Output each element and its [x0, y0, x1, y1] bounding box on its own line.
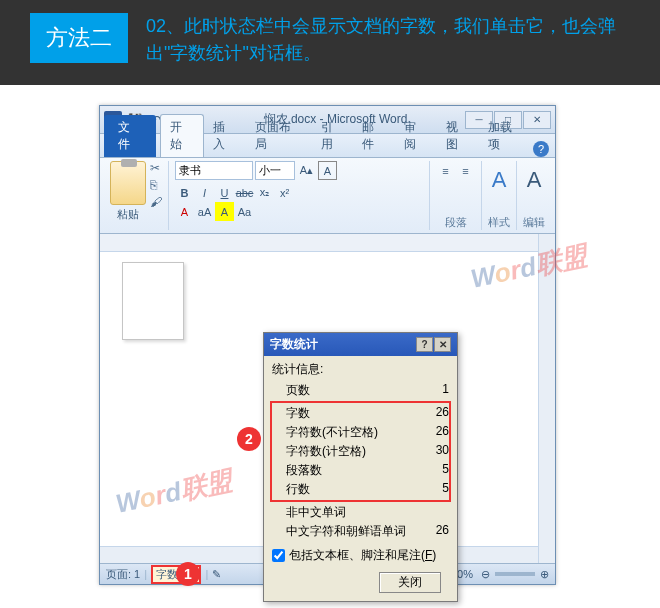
italic-button[interactable]: I [195, 183, 214, 202]
styles-label: 样式 [488, 215, 510, 230]
underline-button[interactable]: U [215, 183, 234, 202]
page-thumbnail [122, 262, 184, 340]
tab-references[interactable]: 引用 [312, 115, 354, 157]
editing-icon[interactable]: A [527, 167, 542, 193]
group-clipboard: 粘贴 ✂ ⎘ 🖌 [104, 161, 169, 230]
font-color-button[interactable]: A [175, 202, 194, 221]
grow-font-icon[interactable]: A▴ [297, 161, 316, 180]
zoom-in-icon[interactable]: ⊕ [540, 568, 549, 581]
font-format-row2: A aA A Aa [175, 202, 254, 221]
clipboard-side: ✂ ⎘ 🖌 [150, 161, 162, 209]
ribbon-tabs: 文件 开始 插入 页面布局 引用 邮件 审阅 视图 加载项 ? [100, 134, 555, 158]
font-size-select[interactable] [255, 161, 295, 180]
stat-chars-space: 字符数(计空格)30 [272, 442, 449, 461]
callout-2: 2 [237, 427, 261, 451]
bold-button[interactable]: B [175, 183, 194, 202]
dialog-title: 字数统计 [270, 336, 318, 353]
zoom-slider[interactable] [495, 572, 535, 576]
font-format-row1: B I U abc x₂ x² [175, 183, 294, 202]
banner-text: 02、此时状态栏中会显示文档的字数，我们单击它，也会弹出"字数统计"对话框。 [146, 13, 630, 67]
file-tab[interactable]: 文件 [104, 115, 156, 157]
method-badge: 方法二 [30, 13, 128, 63]
status-page[interactable]: 页面: 1 [106, 567, 140, 582]
format-painter-icon[interactable]: 🖌 [150, 195, 162, 209]
paste-label: 粘贴 [117, 207, 139, 222]
stat-lines: 行数5 [272, 480, 449, 499]
include-textboxes-checkbox[interactable]: 包括文本框、脚注和尾注(F) [272, 547, 449, 564]
dialog-close-x[interactable]: ✕ [434, 337, 451, 352]
clear-format-button[interactable]: Aa [235, 202, 254, 221]
numbering-icon[interactable]: ≡ [456, 161, 475, 180]
word-count-dialog: 字数统计 ? ✕ 统计信息: 页数1 字数26 字符数(不计空格)26 字符数(… [263, 332, 458, 602]
callout-1: 1 [176, 562, 200, 586]
styles-icon[interactable]: A [492, 167, 507, 193]
tab-mailings[interactable]: 邮件 [353, 115, 395, 157]
bullets-icon[interactable]: ≡ [436, 161, 455, 180]
dialog-close-button[interactable]: 关闭 [379, 572, 441, 593]
tab-insert[interactable]: 插入 [204, 115, 246, 157]
ribbon: 粘贴 ✂ ⎘ 🖌 A▴ A B I U abc x₂ x² [100, 158, 555, 234]
group-styles: A 样式 [482, 161, 517, 230]
dialog-subtitle: 统计信息: [272, 361, 449, 378]
include-checkbox-input[interactable] [272, 549, 285, 562]
stat-pages: 页数1 [272, 381, 449, 400]
strike-button[interactable]: abc [235, 183, 254, 202]
dialog-help-button[interactable]: ? [416, 337, 433, 352]
group-paragraph: ≡≡ 段落 [430, 161, 482, 230]
copy-icon[interactable]: ⎘ [150, 178, 162, 192]
dialog-body: 统计信息: 页数1 字数26 字符数(不计空格)26 字符数(计空格)30 段落… [264, 356, 457, 601]
tab-layout[interactable]: 页面布局 [246, 115, 312, 157]
stat-words: 字数26 [272, 404, 449, 423]
highlight-button[interactable]: A [215, 202, 234, 221]
stat-nonchinese: 非中文单词 [272, 503, 449, 522]
stat-paragraphs: 段落数5 [272, 461, 449, 480]
help-icon[interactable]: ? [533, 141, 549, 157]
tab-view[interactable]: 视图 [437, 115, 479, 157]
tab-review[interactable]: 审阅 [395, 115, 437, 157]
zoom-out-icon[interactable]: ⊖ [481, 568, 490, 581]
paragraph-label: 段落 [445, 215, 467, 230]
proofing-icon[interactable]: ✎ [212, 568, 221, 581]
tab-home[interactable]: 开始 [160, 114, 204, 157]
font-name-select[interactable] [175, 161, 253, 180]
tutorial-banner: 方法二 02、此时状态栏中会显示文档的字数，我们单击它，也会弹出"字数统计"对话… [0, 0, 660, 85]
highlighted-stats: 字数26 字符数(不计空格)26 字符数(计空格)30 段落数5 行数5 [270, 401, 451, 502]
dialog-titlebar[interactable]: 字数统计 ? ✕ [264, 333, 457, 356]
change-case-button[interactable]: aA [195, 202, 214, 221]
stat-cjk: 中文字符和朝鲜语单词26 [272, 522, 449, 541]
group-font: A▴ A B I U abc x₂ x² A aA A Aa [169, 161, 430, 230]
cut-icon[interactable]: ✂ [150, 161, 162, 175]
tab-addins[interactable]: 加载项 [479, 115, 533, 157]
stat-chars-nospace: 字符数(不计空格)26 [272, 423, 449, 442]
shrink-font-icon[interactable]: A [318, 161, 337, 180]
ruler[interactable] [100, 234, 555, 252]
superscript-button[interactable]: x² [275, 183, 294, 202]
editing-label: 编辑 [523, 215, 545, 230]
checkbox-label: 包括文本框、脚注和尾注(F) [289, 547, 436, 564]
group-editing: A 编辑 [517, 161, 551, 230]
paste-button[interactable] [110, 161, 146, 205]
subscript-button[interactable]: x₂ [255, 183, 274, 202]
vertical-scrollbar[interactable] [538, 234, 555, 563]
